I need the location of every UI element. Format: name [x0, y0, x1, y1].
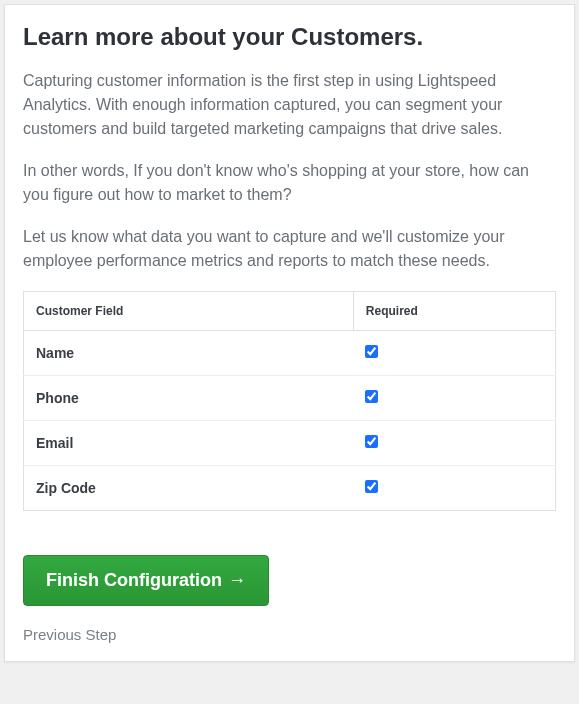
field-label: Email [24, 421, 354, 466]
field-label: Name [24, 331, 354, 376]
description-paragraph-3: Let us know what data you want to captur… [23, 225, 556, 273]
table-row: Zip Code [24, 466, 556, 511]
required-checkbox-email[interactable] [365, 435, 378, 448]
column-header-field: Customer Field [24, 292, 354, 331]
required-checkbox-phone[interactable] [365, 390, 378, 403]
finish-configuration-button[interactable]: Finish Configuration → [23, 555, 269, 606]
config-card: Learn more about your Customers. Capturi… [4, 4, 575, 662]
table-row: Phone [24, 376, 556, 421]
field-label: Phone [24, 376, 354, 421]
finish-button-label: Finish Configuration [46, 570, 222, 591]
table-row: Name [24, 331, 556, 376]
table-row: Email [24, 421, 556, 466]
field-label: Zip Code [24, 466, 354, 511]
actions-area: Finish Configuration → Previous Step [23, 555, 556, 643]
description-paragraph-1: Capturing customer information is the fi… [23, 69, 556, 141]
required-checkbox-zipcode[interactable] [365, 480, 378, 493]
arrow-right-icon: → [228, 570, 246, 591]
column-header-required: Required [353, 292, 555, 331]
required-checkbox-name[interactable] [365, 345, 378, 358]
previous-step-link[interactable]: Previous Step [23, 626, 556, 643]
customer-fields-table: Customer Field Required Name Phone Email… [23, 291, 556, 511]
page-title: Learn more about your Customers. [23, 23, 556, 51]
description-paragraph-2: In other words, If you don't know who's … [23, 159, 556, 207]
